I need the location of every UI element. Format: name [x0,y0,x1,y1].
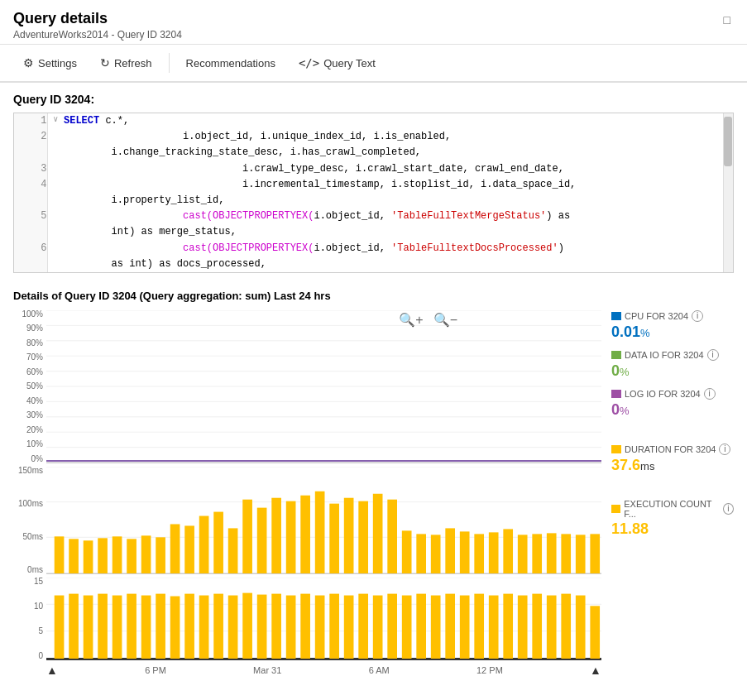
svg-rect-32 [300,496,310,573]
query-text-button[interactable]: </> Query Text [289,51,385,74]
log-io-legend-item: LOG IO FOR 3204 i 0% [611,388,734,419]
svg-rect-43 [460,531,470,573]
svg-rect-68 [213,593,223,658]
svg-rect-73 [286,595,296,658]
content-area: Query ID 3204: 1 ∨ SELECT c.*, 2 i.objec… [0,83,747,695]
svg-rect-52 [590,534,600,573]
refresh-button[interactable]: ↻ Refresh [90,51,162,74]
refresh-label: Refresh [114,57,152,70]
code-container[interactable]: 1 ∨ SELECT c.*, 2 i.object_id, i.unique_… [13,113,734,273]
cpu-y-axis: 100% 90% 80% 70% 60% 50% 40% 30% 20% 10%… [13,310,46,463]
svg-rect-90 [532,593,542,658]
exec-y-axis: 15 10 5 0 [13,578,46,660]
page-title: Query details [13,10,182,27]
exec-legend-value: 11.88 [611,520,734,538]
svg-rect-62 [127,593,136,658]
svg-rect-50 [561,534,571,573]
title-bar: Query details AdventureWorks2014 - Query… [0,0,747,45]
svg-rect-15 [55,536,65,573]
exec-legend-label: EXECUTION COUNT F... [624,499,720,519]
recommendations-label: Recommendations [186,57,275,70]
x-axis-label-12pm: 12 PM [476,665,503,675]
settings-icon: ⚙ [23,56,34,70]
maximize-icon[interactable]: □ [721,10,734,30]
code-line-1: 1 ∨ SELECT c.*, [14,113,733,129]
data-io-info-icon[interactable]: i [707,349,719,361]
svg-rect-48 [532,534,542,573]
code-icon: </> [299,56,319,70]
chart-legend: CPU FOR 3204 i 0.01% DATA IO FOR 3204 i … [601,310,734,546]
svg-rect-42 [445,528,455,573]
svg-rect-20 [127,539,136,573]
data-io-legend-item: DATA IO FOR 3204 i 0% [611,349,734,380]
svg-rect-25 [199,515,209,573]
svg-rect-39 [402,530,412,573]
svg-rect-71 [257,594,267,658]
code-line-6: 6 cast(OBJECTPROPERTYEX(i.object_id, 'Ta… [14,241,733,272]
page-subtitle: AdventureWorks2014 - Query ID 3204 [13,29,182,41]
svg-rect-77 [344,595,354,658]
cpu-legend-label: CPU FOR 3204 [625,311,688,321]
query-text-label: Query Text [323,57,376,70]
svg-rect-30 [271,498,281,573]
log-io-info-icon[interactable]: i [704,388,716,400]
svg-rect-63 [141,595,151,658]
settings-label: Settings [38,57,77,70]
svg-rect-92 [561,593,571,658]
svg-rect-78 [358,593,368,658]
svg-rect-21 [141,535,151,573]
recommendations-button[interactable]: Recommendations [176,52,285,74]
svg-rect-88 [503,593,513,658]
cpu-chart [46,310,601,463]
query-section-title: Query ID 3204: [13,93,734,106]
x-axis-label-mar31: Mar 31 [253,665,281,675]
x-axis-arrow-left[interactable]: ▲ [46,664,58,677]
svg-rect-27 [228,528,238,573]
cpu-info-icon[interactable]: i [692,310,703,322]
svg-rect-94 [590,606,600,659]
svg-rect-41 [431,535,441,573]
svg-rect-89 [518,595,528,658]
svg-rect-23 [170,524,180,573]
svg-rect-26 [213,511,223,573]
svg-rect-59 [84,595,93,658]
svg-rect-74 [300,593,310,658]
scrollbar[interactable] [723,113,733,272]
cpu-legend-color [611,312,621,320]
svg-rect-69 [228,595,238,658]
svg-rect-79 [373,595,383,658]
svg-rect-72 [271,593,281,658]
svg-rect-40 [416,534,426,573]
svg-rect-91 [547,595,557,658]
svg-rect-16 [69,539,79,573]
svg-rect-44 [474,534,484,573]
svg-rect-67 [199,595,209,658]
svg-rect-85 [460,595,470,658]
svg-rect-65 [170,596,180,658]
execution-chart [46,578,601,660]
svg-rect-22 [156,537,165,573]
svg-rect-28 [242,500,252,573]
svg-rect-61 [113,595,122,658]
settings-button[interactable]: ⚙ Settings [13,51,87,74]
svg-rect-93 [576,595,586,658]
data-io-legend-label: DATA IO FOR 3204 [625,350,704,360]
data-io-legend-color [611,351,621,359]
svg-rect-70 [242,592,252,658]
refresh-icon: ↻ [100,56,110,70]
duration-legend-color [611,445,621,453]
exec-legend-item: EXECUTION COUNT F... i 11.88 [611,499,734,538]
dur-y-axis: 150ms 100ms 50ms 0ms [13,467,46,574]
svg-rect-38 [387,500,397,573]
duration-legend-value: 37.6ms [611,457,734,474]
svg-rect-46 [503,529,513,573]
x-axis-arrow-right[interactable]: ▲ [590,664,601,677]
exec-info-icon[interactable]: i [723,503,734,515]
svg-rect-60 [98,593,108,658]
svg-rect-31 [286,501,296,573]
scrollbar-thumb[interactable] [724,117,732,166]
toolbar-separator [169,53,170,73]
duration-info-icon[interactable]: i [719,443,730,455]
cpu-legend-item: CPU FOR 3204 i 0.01% [611,310,734,341]
svg-rect-24 [184,525,194,573]
